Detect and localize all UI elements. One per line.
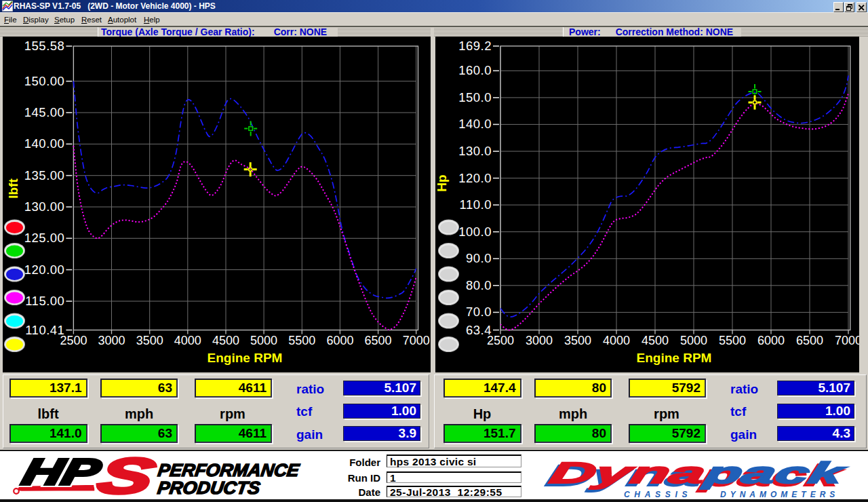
- svg-text:130.0: 130.0: [458, 144, 492, 158]
- svg-text:CHASSIS: CHASSIS: [624, 490, 692, 499]
- svg-text:70.0: 70.0: [466, 305, 492, 319]
- svg-text:5000: 5000: [250, 334, 277, 347]
- svg-text:pack: pack: [701, 457, 850, 489]
- svg-text:DYNAMOMETERS: DYNAMOMETERS: [720, 490, 839, 499]
- svg-text:6000: 6000: [757, 334, 785, 347]
- svg-text:5000: 5000: [680, 334, 707, 347]
- svg-text:110.0: 110.0: [460, 197, 492, 212]
- svg-text:140.0: 140.0: [458, 117, 492, 131]
- svg-text:150.0: 150.0: [458, 90, 492, 104]
- svg-text:135.00: 135.00: [24, 168, 65, 182]
- svg-text:PRODUCTS: PRODUCTS: [156, 478, 262, 498]
- svg-text:110.41: 110.41: [25, 323, 64, 337]
- svg-text:130.00: 130.00: [24, 199, 65, 214]
- svg-text:5500: 5500: [719, 334, 746, 347]
- svg-text:6000: 6000: [326, 334, 353, 347]
- svg-text:Hp: Hp: [435, 174, 449, 191]
- svg-text:7000: 7000: [403, 334, 430, 347]
- svg-text:HP: HP: [18, 451, 105, 493]
- svg-text:Dyna: Dyna: [547, 457, 709, 489]
- svg-text:4000: 4000: [174, 334, 201, 347]
- svg-text:115.00: 115.00: [25, 294, 64, 308]
- svg-text:120.0: 120.0: [458, 171, 492, 185]
- svg-text:169.2: 169.2: [458, 39, 492, 53]
- svg-text:3000: 3000: [526, 334, 553, 347]
- svg-text:160.0: 160.0: [458, 63, 492, 77]
- svg-text:lbft: lbft: [6, 178, 20, 199]
- svg-text:155.58: 155.58: [24, 39, 65, 53]
- svg-text:4500: 4500: [212, 334, 239, 347]
- svg-text:4000: 4000: [603, 334, 630, 347]
- svg-text:Engine RPM: Engine RPM: [208, 351, 283, 365]
- svg-text:145.00: 145.00: [24, 105, 65, 119]
- svg-text:6500: 6500: [365, 334, 392, 347]
- svg-text:100.0: 100.0: [458, 225, 492, 239]
- svg-text:4500: 4500: [642, 334, 669, 347]
- svg-text:125.00: 125.00: [24, 231, 65, 245]
- svg-text:Engine RPM: Engine RPM: [637, 351, 712, 365]
- svg-text:90.0: 90.0: [466, 251, 492, 265]
- svg-text:5500: 5500: [288, 334, 315, 347]
- svg-text:3500: 3500: [136, 334, 163, 347]
- svg-text:80.0: 80.0: [466, 278, 492, 292]
- svg-text:140.00: 140.00: [24, 136, 65, 151]
- svg-text:150.00: 150.00: [24, 74, 65, 88]
- svg-text:6500: 6500: [796, 334, 823, 347]
- svg-text:3500: 3500: [564, 334, 591, 347]
- svg-text:120.00: 120.00: [24, 263, 65, 277]
- svg-text:7000: 7000: [835, 334, 859, 347]
- svg-text:63.4: 63.4: [466, 323, 492, 337]
- svg-text:3000: 3000: [98, 334, 125, 347]
